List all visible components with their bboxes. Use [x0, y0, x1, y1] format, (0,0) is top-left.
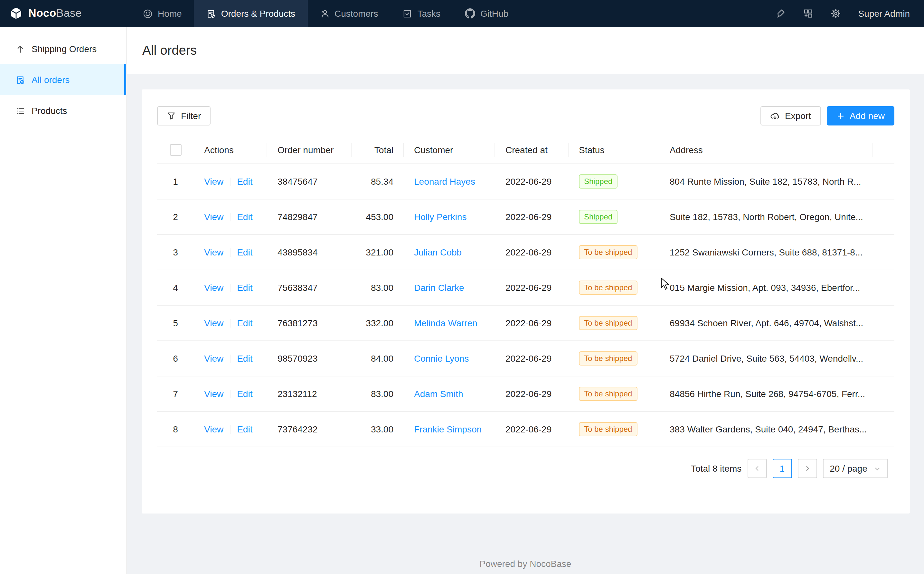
- created-at-cell: 2022-06-29: [495, 376, 569, 412]
- page-size-value: 20 / page: [830, 463, 867, 474]
- filter-button[interactable]: Filter: [157, 106, 210, 126]
- view-link[interactable]: View: [204, 176, 223, 187]
- smile-icon: [143, 9, 153, 18]
- created-at-cell: 2022-06-29: [495, 235, 569, 270]
- view-link[interactable]: View: [204, 353, 223, 364]
- edit-link[interactable]: Edit: [237, 318, 253, 328]
- action-divider: [230, 213, 231, 221]
- edit-link[interactable]: Edit: [237, 389, 253, 399]
- add-new-button[interactable]: Add new: [826, 106, 894, 126]
- row-index-cell: 3: [157, 235, 194, 270]
- filler-cell: [873, 305, 894, 341]
- next-page-button[interactable]: [798, 459, 817, 478]
- table-row: 7ViewEdit2313211283.00Adam Smith2022-06-…: [157, 376, 894, 412]
- customer-link[interactable]: Adam Smith: [414, 389, 463, 399]
- status-cell: To be shipped: [569, 235, 659, 270]
- action-divider: [230, 390, 231, 398]
- ui-editor-highlight-button[interactable]: [775, 8, 785, 19]
- select-all-checkbox[interactable]: [170, 144, 181, 156]
- customer-cell: Connie Lyons: [404, 341, 495, 376]
- nav-item-home[interactable]: Home: [131, 0, 194, 27]
- filler-cell: [873, 341, 894, 376]
- edit-link[interactable]: Edit: [237, 176, 253, 187]
- view-link[interactable]: View: [204, 318, 223, 328]
- filter-icon: [167, 111, 176, 120]
- status-badge: To be shipped: [579, 422, 637, 436]
- page-1-button[interactable]: 1: [772, 459, 792, 478]
- table-row: 8ViewEdit7376423233.00Frankie Simpson202…: [157, 412, 894, 447]
- main-content: Filter Export: [127, 74, 924, 574]
- plugin-blocks-button[interactable]: [803, 8, 813, 19]
- total-cell: 453.00: [352, 199, 404, 235]
- actions-cell: ViewEdit: [194, 270, 267, 305]
- github-icon: [465, 8, 475, 19]
- nav-item-tasks[interactable]: Tasks: [390, 0, 453, 27]
- total-cell: 321.00: [352, 235, 404, 270]
- chevron-left-icon: [753, 465, 761, 472]
- customer-link[interactable]: Connie Lyons: [414, 353, 469, 364]
- view-link[interactable]: View: [204, 247, 223, 257]
- customer-link[interactable]: Melinda Warren: [414, 318, 477, 328]
- edit-link[interactable]: Edit: [237, 424, 253, 434]
- customer-link[interactable]: Frankie Simpson: [414, 424, 482, 434]
- customer-cell: Darin Clarke: [404, 270, 495, 305]
- page-header: All orders: [127, 27, 924, 74]
- customer-link[interactable]: Leonard Hayes: [414, 176, 475, 187]
- status-cell: To be shipped: [569, 412, 659, 447]
- customer-link[interactable]: Julian Cobb: [414, 247, 462, 257]
- created-at-cell: 2022-06-29: [495, 412, 569, 447]
- nav-item-label: Customers: [335, 8, 378, 19]
- action-divider: [230, 248, 231, 257]
- prev-page-button[interactable]: [747, 459, 766, 478]
- filler-cell: [873, 199, 894, 235]
- view-link[interactable]: View: [204, 212, 223, 222]
- view-link[interactable]: View: [204, 389, 223, 399]
- view-link[interactable]: View: [204, 282, 223, 293]
- nav-item-label: Home: [158, 8, 182, 19]
- customer-cell: Melinda Warren: [404, 305, 495, 341]
- arrow-up-icon: [16, 44, 25, 54]
- column-header-actions: Actions: [194, 136, 267, 164]
- export-button-label: Export: [785, 111, 811, 121]
- status-badge: Shipped: [579, 210, 618, 224]
- edit-link[interactable]: Edit: [237, 353, 253, 364]
- orders-card: Filter Export: [142, 90, 910, 514]
- table-row: 4ViewEdit7563834783.00Darin Clarke2022-0…: [157, 270, 894, 305]
- view-link[interactable]: View: [204, 424, 223, 434]
- filler-cell: [873, 235, 894, 270]
- address-cell: 383 Walter Gardens, Suite 040, 24947, Be…: [659, 412, 873, 447]
- table-row: 2ViewEdit74829847453.00Holly Perkins2022…: [157, 199, 894, 235]
- total-cell: 83.00: [352, 376, 404, 412]
- edit-link[interactable]: Edit: [237, 212, 253, 222]
- chevron-right-icon: [803, 465, 811, 472]
- order-doc-icon: [16, 75, 25, 85]
- sidebar-item-products[interactable]: Products: [0, 95, 126, 126]
- address-cell: 5724 Daniel Drive, Suite 563, 54403, Wen…: [659, 341, 873, 376]
- edit-link[interactable]: Edit: [237, 247, 253, 257]
- nav-item-label: GitHub: [480, 8, 509, 19]
- sidebar-item-shipping-orders[interactable]: Shipping Orders: [0, 33, 126, 65]
- nav-item-customers[interactable]: Customers: [308, 0, 390, 27]
- nav-item-github[interactable]: GitHub: [453, 0, 521, 27]
- created-at-cell: 2022-06-29: [495, 305, 569, 341]
- customer-link[interactable]: Darin Clarke: [414, 282, 464, 293]
- status-badge: To be shipped: [579, 281, 637, 295]
- edit-link[interactable]: Edit: [237, 282, 253, 293]
- total-cell: 84.00: [352, 341, 404, 376]
- total-cell: 83.00: [352, 270, 404, 305]
- settings-gear-button[interactable]: [831, 8, 841, 19]
- address-cell: 015 Margie Mission, Apt. 093, 34936, Ebe…: [659, 270, 873, 305]
- customer-link[interactable]: Holly Perkins: [414, 212, 466, 222]
- nocobase-logo[interactable]: NocoBase: [0, 0, 131, 27]
- order-number-cell: 43895834: [267, 235, 352, 270]
- sidebar-item-all-orders[interactable]: All orders: [0, 65, 126, 95]
- filler-cell: [873, 270, 894, 305]
- user-menu[interactable]: Super Admin: [858, 8, 910, 19]
- action-divider: [230, 355, 231, 363]
- export-button[interactable]: Export: [760, 106, 821, 126]
- status-badge: To be shipped: [579, 387, 637, 401]
- page-size-select[interactable]: 20 / page: [823, 459, 888, 478]
- sidebar-item-label: All orders: [32, 75, 69, 85]
- nav-item-orders-products[interactable]: Orders & Products: [194, 0, 308, 27]
- action-divider: [230, 319, 231, 328]
